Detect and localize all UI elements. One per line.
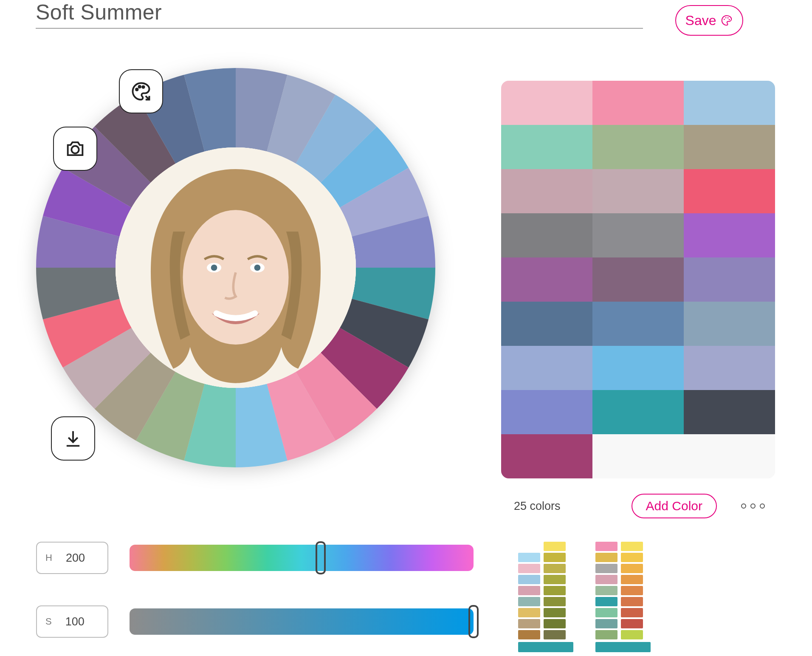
ref-chip: [595, 630, 617, 639]
ref-chip: [544, 608, 566, 617]
ref-chip: [621, 630, 643, 639]
ref-chip: [595, 608, 617, 617]
palette-icon: [130, 80, 152, 102]
ref-chip: [595, 542, 617, 551]
color-swatch[interactable]: [501, 346, 592, 390]
color-swatch[interactable]: [592, 346, 684, 390]
saturation-value-field[interactable]: [65, 615, 94, 629]
hsl-controls: H S L: [36, 542, 474, 656]
slider-thumb[interactable]: [468, 605, 479, 638]
color-swatch[interactable]: [684, 213, 775, 257]
color-swatch[interactable]: [592, 81, 684, 125]
color-swatch[interactable]: [592, 390, 684, 434]
color-swatch[interactable]: [501, 169, 592, 213]
user-photo[interactable]: [116, 147, 356, 388]
ref-chip: [544, 630, 566, 639]
svg-point-13: [142, 86, 144, 88]
ref-chip: [544, 553, 566, 562]
dot-icon: [750, 503, 756, 509]
reference-column: [518, 542, 573, 639]
ref-chip: [518, 586, 540, 595]
ref-chip: [595, 586, 617, 595]
palette-tool-button[interactable]: [119, 69, 163, 113]
download-button[interactable]: [51, 416, 95, 461]
ref-chip: [518, 564, 540, 573]
color-swatch[interactable]: [592, 169, 684, 213]
slider-thumb[interactable]: [316, 541, 326, 574]
ref-chip: [621, 575, 643, 584]
color-swatch[interactable]: [592, 213, 684, 257]
ref-chip: [518, 608, 540, 617]
chip-stack[interactable]: [518, 542, 540, 639]
ref-bar: [518, 642, 573, 652]
swatch-panel: 25 colors Add Color: [501, 81, 775, 518]
reference-strips: [518, 542, 781, 652]
ref-chip: [621, 586, 643, 595]
ref-chip: [518, 575, 540, 584]
ref-chip: [544, 597, 566, 606]
saturation-input[interactable]: S: [36, 605, 108, 638]
hue-row: H: [36, 542, 474, 574]
color-swatch[interactable]: [684, 302, 775, 346]
camera-icon: [64, 138, 86, 160]
color-swatch[interactable]: [501, 302, 592, 346]
hue-input[interactable]: H: [36, 542, 108, 574]
ref-chip: [621, 619, 643, 628]
ref-bar: [595, 642, 651, 652]
color-swatch[interactable]: [684, 390, 775, 434]
color-swatch[interactable]: [501, 434, 592, 478]
ref-chip: [518, 553, 540, 562]
chip-stack[interactable]: [621, 542, 643, 639]
color-swatch[interactable]: [592, 302, 684, 346]
ref-chip: [621, 542, 643, 551]
hue-value-field[interactable]: [65, 551, 95, 565]
download-icon: [62, 427, 84, 450]
swatch-grid: [501, 81, 775, 478]
swatch-count-label: 25 colors: [514, 500, 561, 513]
ref-chip: [621, 564, 643, 573]
saturation-slider[interactable]: [130, 608, 474, 635]
more-options-button[interactable]: [741, 503, 765, 509]
color-swatch[interactable]: [501, 390, 592, 434]
ref-chip: [518, 597, 540, 606]
hue-slider[interactable]: [130, 545, 474, 571]
ref-chip: [544, 619, 566, 628]
saturation-label: S: [45, 616, 52, 627]
ref-chip: [544, 575, 566, 584]
color-wheel: [36, 68, 448, 480]
color-swatch[interactable]: [592, 125, 684, 169]
color-swatch[interactable]: [592, 257, 684, 302]
color-swatch[interactable]: [501, 125, 592, 169]
dot-icon: [760, 503, 765, 509]
dot-icon: [741, 503, 746, 509]
svg-point-14: [71, 146, 79, 153]
ref-chip: [595, 564, 617, 573]
color-swatch[interactable]: [684, 257, 775, 302]
ref-chip: [595, 575, 617, 584]
color-swatch[interactable]: [684, 169, 775, 213]
ref-chip: [621, 608, 643, 617]
chip-stack[interactable]: [544, 542, 566, 639]
ref-chip: [544, 542, 566, 551]
color-swatch[interactable]: [684, 81, 775, 125]
camera-button[interactable]: [53, 127, 97, 171]
ref-chip: [518, 542, 540, 551]
color-swatch[interactable]: [684, 346, 775, 390]
color-swatch[interactable]: [501, 81, 592, 125]
svg-point-12: [139, 86, 141, 88]
saturation-row: S: [36, 605, 474, 638]
ref-chip: [544, 586, 566, 595]
reference-column: [595, 542, 651, 639]
ref-chip: [621, 597, 643, 606]
ref-chip: [518, 619, 540, 628]
ref-chip: [544, 564, 566, 573]
color-swatch[interactable]: [684, 125, 775, 169]
color-swatch[interactable]: [501, 213, 592, 257]
svg-point-11: [136, 89, 138, 90]
ref-chip: [595, 597, 617, 606]
svg-point-9: [211, 265, 217, 271]
ref-chip: [595, 619, 617, 628]
add-color-button[interactable]: Add Color: [632, 494, 717, 518]
chip-stack[interactable]: [595, 542, 617, 639]
color-swatch[interactable]: [501, 257, 592, 302]
